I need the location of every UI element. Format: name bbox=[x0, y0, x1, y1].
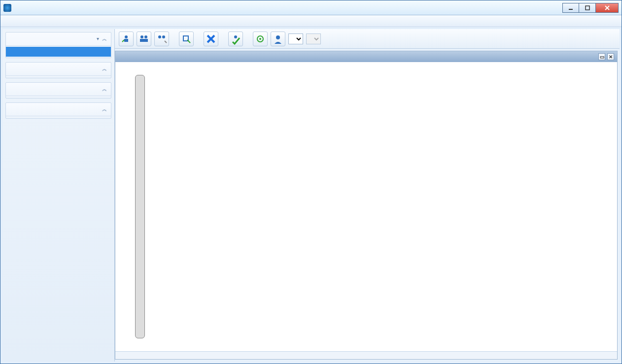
menubar bbox=[0, 15, 622, 27]
ideogram[interactable] bbox=[135, 75, 145, 338]
panel-view: ︽ bbox=[5, 102, 111, 119]
chart-close-icon[interactable]: ✕ bbox=[607, 53, 614, 60]
reference-select[interactable] bbox=[306, 33, 321, 44]
app-window: ▾ ︽ ︽ bbox=[0, 0, 622, 364]
chevron-up-icon: ︽ bbox=[102, 86, 107, 93]
panel-shortcuts-header[interactable]: ︽ bbox=[6, 83, 111, 96]
case-icon bbox=[11, 48, 18, 55]
tool-family-edit[interactable] bbox=[154, 32, 169, 46]
titlebar bbox=[0, 0, 622, 15]
svg-point-4 bbox=[125, 35, 128, 38]
shortcuts-list bbox=[6, 96, 111, 98]
chevron-up-icon: ︽ bbox=[102, 66, 107, 72]
tool-family-import[interactable] bbox=[119, 32, 134, 46]
chart-body bbox=[115, 62, 617, 351]
horizontal-scrollbar[interactable] bbox=[115, 351, 617, 359]
svg-point-10 bbox=[162, 35, 165, 38]
minimize-button[interactable] bbox=[562, 3, 579, 13]
svg-rect-8 bbox=[140, 39, 148, 42]
svg-rect-5 bbox=[124, 39, 128, 42]
tool-settings-family[interactable] bbox=[253, 32, 268, 46]
sidebar: ▾ ︽ ︽ bbox=[2, 29, 115, 362]
panel-view-header[interactable]: ︽ bbox=[6, 103, 111, 116]
panel-unfiltered-header[interactable]: ▾ ︽ bbox=[6, 33, 111, 46]
panel-workflow-header[interactable]: ︽ bbox=[6, 63, 111, 76]
svg-point-14 bbox=[259, 38, 261, 40]
experiments-tree bbox=[6, 46, 111, 58]
chart-layout-icon[interactable]: ▭ bbox=[598, 53, 605, 60]
main-area: ▭ ✕ bbox=[115, 29, 620, 362]
chart-panel: ▭ ✕ bbox=[115, 51, 618, 360]
sample-columns bbox=[155, 62, 617, 351]
tool-family-view[interactable] bbox=[137, 32, 151, 46]
panel-shortcuts: ︽ bbox=[5, 82, 111, 99]
chevron-up-icon: ︽ bbox=[102, 106, 107, 113]
toolbar bbox=[115, 29, 620, 49]
tool-user[interactable] bbox=[271, 32, 285, 46]
tree-case[interactable] bbox=[6, 47, 111, 57]
axis-area bbox=[115, 62, 155, 351]
panel-workflow: ︽ bbox=[5, 62, 111, 78]
tool-export[interactable] bbox=[179, 32, 194, 46]
workflow-list bbox=[6, 76, 111, 78]
svg-rect-1 bbox=[586, 6, 589, 10]
svg-point-6 bbox=[140, 35, 143, 38]
svg-point-12 bbox=[234, 35, 237, 38]
svg-point-7 bbox=[144, 35, 147, 38]
chart-header: ▭ ✕ bbox=[115, 51, 617, 62]
tool-family-check[interactable] bbox=[228, 32, 243, 46]
svg-point-15 bbox=[276, 35, 280, 39]
chevron-down-icon: ▾ ︽ bbox=[97, 35, 107, 42]
view-list bbox=[6, 116, 111, 118]
mode-select[interactable] bbox=[288, 33, 303, 44]
body: ▾ ︽ ︽ bbox=[0, 27, 622, 364]
tool-delete[interactable] bbox=[204, 32, 218, 46]
window-buttons bbox=[562, 3, 619, 13]
panel-unfiltered: ▾ ︽ bbox=[5, 32, 111, 58]
maximize-button[interactable] bbox=[579, 3, 596, 13]
close-button[interactable] bbox=[596, 3, 619, 13]
app-icon bbox=[3, 4, 11, 12]
svg-point-9 bbox=[158, 35, 161, 38]
column-tracks bbox=[160, 75, 612, 338]
